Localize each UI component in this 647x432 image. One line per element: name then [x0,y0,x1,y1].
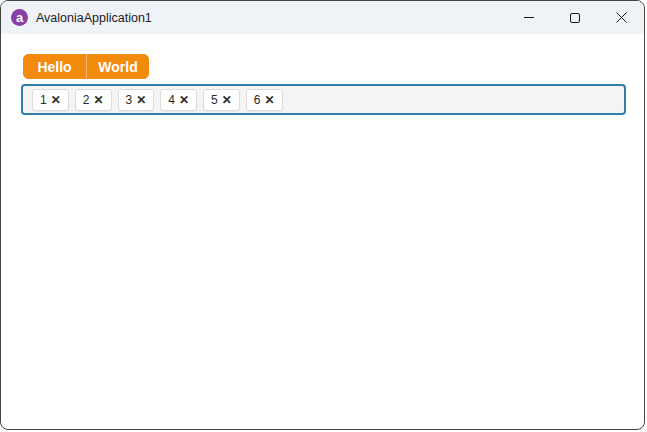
title-bar[interactable]: a AvaloniaApplication1 [1,1,644,34]
tag-remove-icon[interactable]: ✕ [222,94,232,106]
tag-item: 2 ✕ [75,89,112,111]
tags-input[interactable]: 1 ✕ 2 ✕ 3 ✕ 4 ✕ 5 ✕ 6 ✕ [21,84,626,115]
app-window: a AvaloniaApplication1 Hello World 1 [0,0,645,430]
tag-remove-icon[interactable]: ✕ [264,94,274,106]
tag-remove-icon[interactable]: ✕ [93,94,103,106]
tag-item: 5 ✕ [203,89,240,111]
avalonia-logo-letter: a [16,11,23,24]
content-area: Hello World 1 ✕ 2 ✕ 3 ✕ 4 ✕ 5 [1,34,644,115]
close-icon [616,12,627,23]
tag-label: 5 [211,94,218,106]
window-title: AvaloniaApplication1 [36,11,152,25]
tag-item: 3 ✕ [118,89,155,111]
avalonia-logo-icon: a [11,9,28,26]
world-button[interactable]: World [86,54,149,79]
hello-world-split-button: Hello World [23,54,149,79]
minimize-button[interactable] [506,1,552,34]
tag-item: 1 ✕ [32,89,69,111]
close-button[interactable] [598,1,644,34]
tag-label: 6 [254,94,261,106]
minimize-icon [524,17,534,18]
tag-label: 4 [168,94,175,106]
maximize-icon [570,13,580,23]
maximize-button[interactable] [552,1,598,34]
tag-remove-icon[interactable]: ✕ [51,94,61,106]
tag-remove-icon[interactable]: ✕ [179,94,189,106]
hello-button[interactable]: Hello [23,54,86,79]
tag-item: 4 ✕ [160,89,197,111]
tag-remove-icon[interactable]: ✕ [136,94,146,106]
tag-label: 1 [40,94,47,106]
tag-label: 2 [83,94,90,106]
tag-item: 6 ✕ [246,89,283,111]
tag-label: 3 [126,94,133,106]
